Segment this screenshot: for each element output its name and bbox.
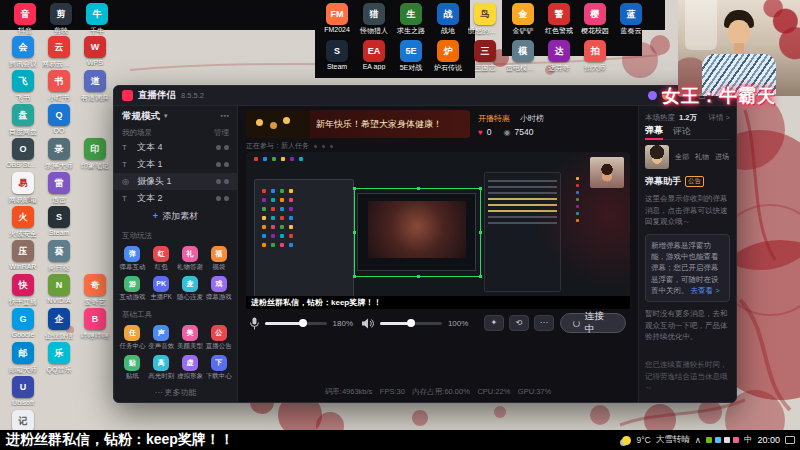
mic-slider[interactable]	[265, 322, 327, 325]
desktop-icon-douyin[interactable]: 音抖音	[8, 3, 42, 36]
add-source-button[interactable]: + 添加素材	[114, 207, 237, 225]
tab-评论[interactable]: 评论	[673, 124, 691, 139]
desktop-icon-winrar[interactable]: 压WinRAR	[6, 240, 40, 270]
desktop-icon-monster-hunter[interactable]: 猎怪物猎人	[357, 3, 391, 36]
tool-announcement[interactable]: 公直播公告	[204, 325, 233, 351]
eye-icon[interactable]	[216, 196, 221, 201]
desktop-icon-hearthstone[interactable]: 炉炉石传说	[431, 40, 465, 73]
source-item[interactable]: T文本 1	[114, 156, 237, 173]
tool-gift-thanks[interactable]: 礼礼物答谢	[176, 246, 205, 272]
desktop-icon-mail-master[interactable]: 邮邮箱大师	[6, 342, 40, 375]
desktop-icon-qq[interactable]: QQQ	[42, 104, 76, 134]
more-button[interactable]: ⋯	[534, 315, 554, 331]
tool-red-packet[interactable]: 红红包	[147, 246, 176, 272]
desktop-icon-google[interactable]: GGoogle	[6, 308, 40, 338]
desktop-icon-sangokushi[interactable]: 三三国志	[468, 40, 502, 73]
speaker-slider[interactable]	[380, 322, 442, 325]
source-item[interactable]: ◎摄像头 1	[114, 173, 237, 190]
desktop-icon-thunder[interactable]: 雷迅雷	[42, 172, 76, 205]
activity-center-icon[interactable]	[648, 91, 657, 100]
eye-icon[interactable]	[216, 179, 221, 184]
desktop-icon-ubisoft[interactable]: UUbisoft	[6, 376, 40, 406]
connect-button[interactable]: 连接中	[560, 313, 626, 333]
desktop-icon-wecom[interactable]: 企企业微信	[42, 308, 76, 341]
desktop-icon-steam[interactable]: SSteam	[42, 206, 76, 236]
tool-danmaku-play[interactable]: 弹弹幕互动	[118, 246, 147, 272]
tool-plugin[interactable]: 下下载中心	[204, 355, 233, 381]
detail-link[interactable]: 详情 >	[709, 113, 730, 123]
desktop-icon-netease-mail[interactable]: 易网易邮箱	[6, 172, 40, 205]
desktop-icon-sunflower[interactable]: 葵向日葵	[42, 240, 76, 273]
desktop-icon-meeting[interactable]: 会腾讯会议	[6, 36, 40, 69]
tool-link-mic[interactable]: 麦随心连麦	[176, 276, 205, 302]
view-link[interactable]: 去查看 >	[691, 286, 720, 295]
desktop-icon-fm24[interactable]: FMFM2024	[320, 3, 354, 33]
notification-icon[interactable]	[785, 436, 795, 444]
tool-pk[interactable]: PK主播PK	[147, 276, 176, 302]
desktop-icon-bilibili[interactable]: B哔哩哔哩	[78, 308, 112, 341]
speaker-icon[interactable]	[362, 318, 374, 329]
desktop-icon-davinci[interactable]: 达达芬奇	[542, 40, 576, 73]
desktop-icon-iqiyi[interactable]: 奇爱奇艺	[78, 274, 112, 307]
mode-selector[interactable]: 常规模式 ▾ ⋯	[114, 106, 237, 126]
desktop-icon-youdao[interactable]: 道有道词典	[78, 70, 112, 103]
lock-icon[interactable]	[224, 145, 229, 150]
desktop-icon-5e[interactable]: 5E5E对战	[394, 40, 428, 73]
desktop-icon-ea[interactable]: EAEA app	[357, 40, 391, 70]
filter-chip[interactable]: 进场	[715, 152, 729, 162]
desktop-icon-qq-music[interactable]: 乐QQ音乐	[42, 342, 76, 375]
tool-beauty-tool[interactable]: 美美颜美型	[176, 325, 205, 351]
network-tray-icon[interactable]	[715, 437, 721, 443]
lock-icon[interactable]	[224, 196, 229, 201]
tool-highlight[interactable]: 高高光时刻	[147, 355, 176, 381]
titlebar[interactable]: 直播伴侣 8.5.5.2 — ▢ ✕	[114, 86, 736, 106]
source-selection-box[interactable]	[354, 188, 481, 277]
ime-indicator[interactable]: 中	[744, 434, 753, 446]
tab-弹幕[interactable]: 弹幕	[645, 123, 663, 140]
desktop-icon-battlefield[interactable]: 战战地	[431, 3, 465, 36]
beauty-button[interactable]: ✦	[484, 315, 504, 331]
tray-expand-icon[interactable]: ∧	[695, 435, 701, 445]
desktop-icon-baidu-pan[interactable]: 盘百度网盘	[6, 104, 40, 137]
eye-icon[interactable]	[216, 162, 221, 167]
desktop-icon-paishi[interactable]: 拍拍大师	[578, 40, 612, 73]
live-preview[interactable]: 进粉丝群私信，钻粉：keep奖牌！！	[246, 152, 630, 309]
desktop-icon-netease-music[interactable]: 云网易云音乐	[42, 36, 76, 69]
scene-manage-link[interactable]: 管理	[214, 128, 229, 138]
desktop-icon-nvidia[interactable]: NNVIDIA	[42, 274, 76, 304]
filter-chip[interactable]: 礼物	[695, 152, 709, 162]
promo-banner[interactable]: 新年快乐！希望大家身体健康！	[246, 110, 470, 138]
desktop-icon-emulator[interactable]: 模雷电模拟器	[506, 40, 540, 73]
desktop-icon-wps[interactable]: WWPS	[78, 36, 112, 66]
tool-interactive-game[interactable]: 游互动游戏	[118, 276, 147, 302]
microphone-icon[interactable]	[250, 317, 259, 330]
promo-link[interactable]: 开播特惠	[478, 113, 510, 124]
weather-temp[interactable]: 9°C	[636, 435, 650, 445]
desktop-icon-huorong[interactable]: 火火绒安全	[6, 206, 40, 239]
desktop-icon-steam-library[interactable]: SSteam	[320, 40, 354, 70]
security-tray-icon[interactable]	[733, 437, 739, 443]
lock-icon[interactable]	[224, 162, 229, 167]
desktop-icon-tft[interactable]: 金金铲铲	[506, 3, 540, 36]
desktop-icon-red-alert[interactable]: 警红色警戒	[542, 3, 576, 36]
more-features-button[interactable]: ⋯ 更多功能	[114, 387, 237, 398]
volume-tray-icon[interactable]	[724, 437, 730, 443]
source-item[interactable]: T文本 2	[114, 190, 237, 207]
desktop-icon-recorder[interactable]: 录录屏大师	[42, 138, 76, 171]
clock[interactable]: 20:00	[757, 435, 780, 445]
filter-chip[interactable]: 全部	[675, 152, 689, 162]
flip-button[interactable]: ⟲	[509, 315, 529, 331]
desktop-icon-lanzou[interactable]: 蓝蓝奏云	[614, 3, 648, 36]
tool-task-center[interactable]: 任任务中心	[118, 325, 147, 351]
tool-sound-effect[interactable]: 声变声音效	[147, 325, 176, 351]
weather-desc[interactable]: 大雪转晴	[656, 434, 690, 446]
desktop-icon-kuaishou[interactable]: 快快手直播	[6, 274, 40, 307]
tool-sticker[interactable]: 贴贴纸	[118, 355, 147, 381]
eye-icon[interactable]	[216, 145, 221, 150]
desktop-icon-feishu[interactable]: 飞飞书	[6, 70, 40, 103]
desktop-icon-qianniu[interactable]: 牛千牛	[80, 3, 114, 36]
tool-virtual-avatar[interactable]: 虚虚拟形象	[176, 355, 205, 381]
hour-rank-link[interactable]: 小时榜	[520, 113, 544, 124]
desktop-icon-xiaohongshu[interactable]: 书小红书	[42, 70, 76, 103]
desktop-icon-left4dead[interactable]: 生求生之路	[394, 3, 428, 36]
